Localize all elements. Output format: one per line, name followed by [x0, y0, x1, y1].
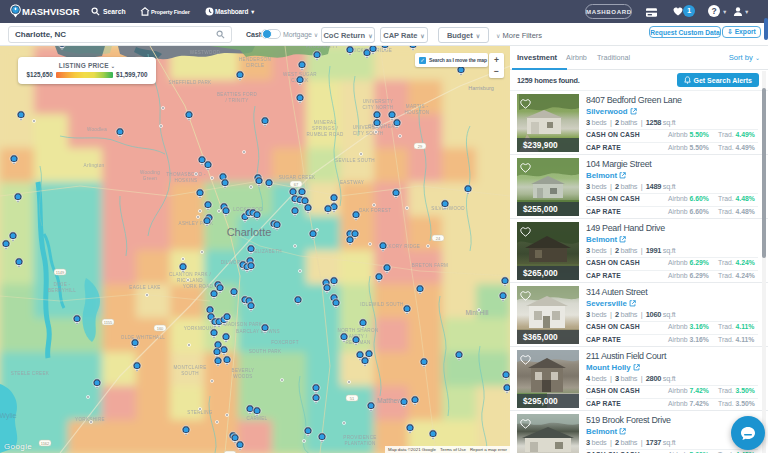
svg-text:160: 160 [157, 326, 164, 331]
svg-text:SPRINGS /: SPRINGS / [312, 126, 338, 131]
svg-text:MINERAL: MINERAL [314, 120, 337, 125]
svg-text:PROSPERITY: PROSPERITY [306, 46, 339, 49]
svg-text:SUGAR CREEK: SUGAR CREEK [279, 175, 316, 180]
svg-text:RICHLAND: RICHLAND [177, 278, 203, 283]
svg-text:STEELE CREEK: STEELE CREEK [11, 371, 50, 376]
svg-text:BERRYHILL: BERRYHILL [48, 288, 76, 293]
svg-text:RUMBLE ROAD: RUMBLE ROAD [307, 132, 344, 137]
svg-text:CIRCLE: CIRCLE [246, 63, 265, 68]
svg-text:Charlotte: Charlotte [227, 226, 272, 238]
svg-text:FOXCROFT: FOXCROFT [271, 340, 299, 345]
svg-text:IDLEWILD SOUTH: IDLEWILD SOUTH [360, 302, 403, 307]
svg-text:PLANTATION: PLANTATION [344, 441, 375, 446]
svg-text:67: 67 [294, 182, 299, 187]
svg-text:SOUTH: SOUTH [181, 371, 199, 376]
svg-text:HENDERSON: HENDERSON [239, 57, 271, 62]
svg-text:MONTCLAIRE: MONTCLAIRE [173, 365, 206, 370]
svg-text:OAK FOREST: OAK FOREST [359, 208, 392, 213]
svg-text:THOMASBORO -: THOMASBORO - [166, 172, 206, 177]
svg-text:SEVILLE SOUTH: SEVILLE SOUTH [335, 158, 375, 163]
svg-text:CLANTON PARK /: CLANTON PARK / [169, 272, 211, 277]
svg-text:/ TRINITY: / TRINITY [225, 98, 248, 103]
svg-text:1162: 1162 [41, 441, 50, 446]
svg-text:24: 24 [436, 236, 441, 241]
svg-text:CITY NORTH: CITY NORTH [363, 105, 394, 110]
svg-text:UNIVERSITY: UNIVERSITY [363, 99, 394, 104]
svg-text:SOUTH PARK: SOUTH PARK [249, 349, 282, 354]
svg-text:51: 51 [350, 396, 355, 401]
svg-text:CITY SOUTH: CITY SOUTH [353, 131, 384, 136]
svg-text:Wylie: Wylie [0, 412, 17, 420]
svg-text:HOUSTON: HOUSTON [405, 110, 430, 115]
svg-text:Woodlea: Woodlea [87, 127, 107, 132]
svg-text:BEVERLY: BEVERLY [232, 368, 255, 373]
svg-text:PROVIDENCE: PROVIDENCE [343, 435, 376, 440]
svg-text:SHEFFIELD PARK: SHEFFIELD PARK [169, 80, 213, 85]
svg-text:HOSKINS: HOSKINS [175, 178, 198, 183]
svg-text:1149: 1149 [56, 270, 65, 275]
svg-text:WOODS: WOODS [233, 374, 252, 379]
svg-text:MARTIS -: MARTIS - [406, 104, 429, 109]
svg-text:Green: Green [143, 176, 157, 181]
svg-text:BARCLAY DOWNS: BARCLAY DOWNS [236, 329, 280, 334]
svg-text:ELIZABETH: ELIZABETH [254, 249, 282, 254]
svg-text:DIXIE -: DIXIE - [54, 282, 71, 287]
svg-text:EASTWAY: EASTWAY [340, 180, 364, 185]
svg-text:YORK ROAD: YORK ROAD [183, 284, 214, 289]
svg-text:OLDE WHITEHALL: OLDE WHITEHALL [121, 335, 165, 340]
svg-text:Harrisburg: Harrisburg [468, 85, 494, 91]
svg-text:Arlington: Arlington [84, 163, 105, 168]
svg-text:29: 29 [418, 144, 423, 149]
svg-text:WESTWOOD: WESTWOOD [190, 50, 221, 55]
svg-text:NORTH SHARON: NORTH SHARON [338, 328, 379, 333]
svg-text:1155: 1155 [104, 320, 113, 325]
svg-text:BRETON FARM: BRETON FARM [412, 263, 448, 268]
svg-text:BEATTIES FORD: BEATTIES FORD [217, 92, 257, 97]
svg-text:Wooding: Wooding [140, 170, 160, 175]
svg-text:MADISON PARK: MADISON PARK [224, 322, 263, 327]
svg-text:EAGLE LAKE: EAGLE LAKE [129, 285, 160, 290]
